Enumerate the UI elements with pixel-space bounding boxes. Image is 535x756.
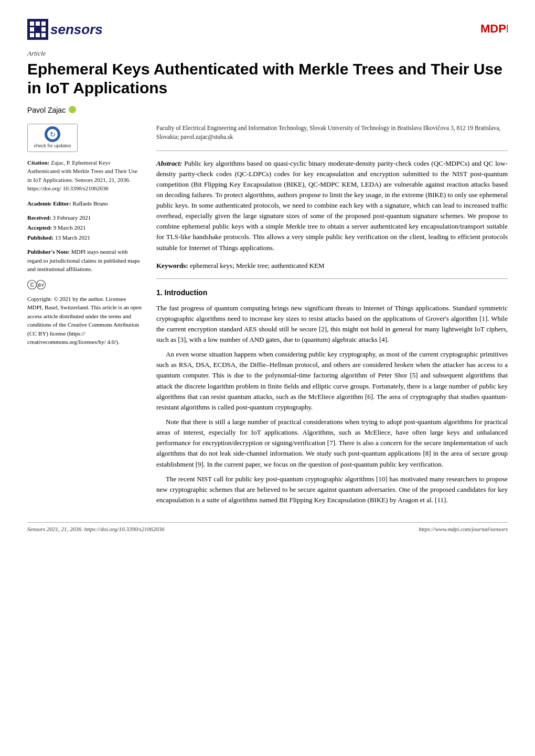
author-name: Pavol Zajac bbox=[27, 106, 66, 114]
accepted-label: Accepted: bbox=[27, 224, 52, 231]
cfu-arrow-icon: ↻ bbox=[50, 131, 56, 138]
academic-editor-name: Raffaele Bruno bbox=[72, 200, 108, 207]
section1-para1-text: The fast progress of quantum computing b… bbox=[156, 304, 508, 343]
dates-block: Received: 3 February 2021 Accepted: 9 Ma… bbox=[27, 213, 142, 242]
abstract-block: Abstract: Public key algorithms based on… bbox=[156, 158, 508, 253]
footer-url: https://www.mdpi.com/journal/sensors bbox=[419, 526, 508, 532]
svg-rect-9 bbox=[36, 27, 40, 31]
keywords-label: Keywords: bbox=[156, 262, 188, 269]
cc-icon: C BY bbox=[27, 280, 50, 289]
cfu-circle: ↻ bbox=[45, 126, 60, 142]
svg-rect-3 bbox=[41, 21, 46, 26]
received-label: Received: bbox=[27, 214, 51, 221]
academic-editor-label: Academic Editor: bbox=[27, 200, 71, 207]
page: sensors MDPI Article Ephemeral Keys Auth… bbox=[0, 0, 535, 756]
copyright-text: Copyright: © 2021 by the author. License… bbox=[27, 296, 142, 345]
svg-rect-1 bbox=[30, 21, 34, 26]
publisher-note: Publisher's Note: MDPI stays neutral wit… bbox=[27, 247, 142, 274]
publisher-note-label: Publisher's Note: bbox=[27, 249, 70, 255]
section-1-title: 1. Introduction bbox=[156, 287, 508, 299]
sensors-logo: sensors bbox=[27, 19, 103, 40]
svg-rect-4 bbox=[30, 27, 34, 31]
accepted-date: 9 March 2021 bbox=[54, 224, 86, 231]
published-row: Published: 13 March 2021 bbox=[27, 233, 142, 243]
sidebar-column: ↻ check for updates Citation: Zajac, P. … bbox=[27, 124, 142, 510]
orcid-icon bbox=[69, 106, 76, 113]
main-column: Faculty of Electrical Engineering and In… bbox=[156, 124, 508, 510]
two-col-layout: ↻ check for updates Citation: Zajac, P. … bbox=[27, 124, 508, 510]
section1-para3: Note that there is still a large number … bbox=[156, 417, 508, 470]
published-date: 13 March 2021 bbox=[55, 234, 90, 241]
published-label: Published: bbox=[27, 234, 54, 241]
copyright-block: Copyright: © 2021 by the author. License… bbox=[27, 295, 142, 347]
affiliation: Faculty of Electrical Engineering and In… bbox=[156, 124, 508, 142]
svg-rect-2 bbox=[36, 21, 40, 26]
svg-text:BY: BY bbox=[38, 283, 45, 288]
svg-rect-6 bbox=[30, 33, 34, 37]
sensors-icon bbox=[27, 19, 48, 40]
keywords-block: Keywords: ephemeral keys; Merkle tree; a… bbox=[156, 261, 508, 271]
footer-journal-ref: Sensors 2021, 21, 2036. https://doi.org/… bbox=[27, 526, 164, 532]
received-date: 3 February 2021 bbox=[53, 214, 91, 221]
check-for-updates-badge[interactable]: ↻ check for updates bbox=[27, 124, 78, 152]
mdpi-logo-svg: MDPI bbox=[478, 19, 508, 38]
abstract-label: Abstract: bbox=[156, 159, 182, 167]
svg-rect-5 bbox=[41, 27, 46, 31]
divider-2 bbox=[156, 278, 508, 279]
divider-1 bbox=[156, 150, 508, 151]
accepted-row: Accepted: 9 March 2021 bbox=[27, 223, 142, 233]
mdpi-logo: MDPI bbox=[478, 19, 508, 40]
section1-para2-text: An even worse situation happens when con… bbox=[156, 350, 508, 411]
journal-name: sensors bbox=[50, 21, 103, 38]
section1-para2: An even worse situation happens when con… bbox=[156, 349, 508, 413]
section1-para1: The fast progress of quantum computing b… bbox=[156, 303, 508, 345]
svg-rect-8 bbox=[41, 33, 46, 37]
section1-para4-text: The recent NIST call for public key post… bbox=[156, 475, 508, 504]
received-row: Received: 3 February 2021 bbox=[27, 213, 142, 223]
svg-text:C: C bbox=[30, 282, 34, 288]
citation-block: Citation: Zajac, P. Ephemeral Keys Authe… bbox=[27, 158, 142, 193]
keywords-text: ephemeral keys; Merkle tree; authenticat… bbox=[190, 262, 325, 269]
check-for-updates-label: check for updates bbox=[34, 143, 71, 149]
academic-editor-block: Academic Editor: Raffaele Bruno bbox=[27, 199, 142, 208]
section1-para3-text: Note that there is still a large number … bbox=[156, 418, 508, 468]
citation-label: Citation: bbox=[27, 159, 49, 166]
article-type: Article bbox=[27, 49, 508, 58]
header: sensors MDPI bbox=[27, 19, 508, 40]
abstract-text: Public key algorithms based on quasi-cyc… bbox=[156, 159, 508, 252]
svg-text:MDPI: MDPI bbox=[480, 22, 508, 35]
cc-license-block: C BY bbox=[27, 280, 142, 289]
footer: Sensors 2021, 21, 2036. https://doi.org/… bbox=[27, 522, 508, 532]
article-title: Ephemeral Keys Authenticated with Merkle… bbox=[27, 60, 508, 98]
section1-para4: The recent NIST call for public key post… bbox=[156, 474, 508, 505]
authors: Pavol Zajac bbox=[27, 106, 508, 114]
svg-rect-7 bbox=[36, 33, 40, 37]
cfu-inner: ↻ bbox=[47, 129, 58, 139]
